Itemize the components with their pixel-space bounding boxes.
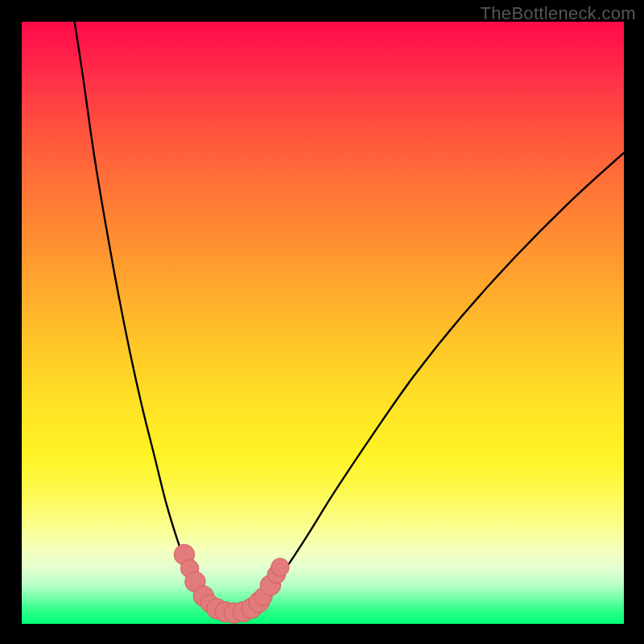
plot-area [22, 22, 624, 624]
chart-stage: TheBottleneck.com [0, 0, 644, 644]
watermark-text: TheBottleneck.com [481, 3, 636, 24]
curve-knot [271, 558, 289, 576]
chart-curves [22, 22, 624, 624]
bottleneck-curve [70, 22, 624, 613]
